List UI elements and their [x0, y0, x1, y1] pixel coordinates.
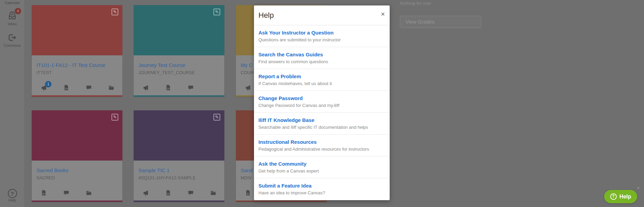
help-item-link[interactable]: Iliff IT Knowledge Base [258, 117, 314, 123]
help-item-description: Searchable and Iliff specific IT documen… [258, 125, 384, 130]
help-item-search-guides[interactable]: Search the Canvas Guides Find answers to… [254, 47, 390, 69]
floating-help-button[interactable]: ? Help [604, 190, 637, 203]
help-item-description: Pedagogical and Administrative resources… [258, 147, 384, 152]
help-item-link[interactable]: Ask the Community [258, 161, 306, 167]
help-item-instructional-resources[interactable]: Instructional Resources Pedagogical and … [254, 135, 390, 156]
help-item-link[interactable]: Change Password [258, 95, 303, 101]
canvas-dashboard-page: Calendar 4 Inbox Commons ? Help ✎ IT101-… [0, 0, 644, 207]
help-item-description: If Canvas misbehaves, tell us about it [258, 81, 384, 86]
help-item-report-problem[interactable]: Report a Problem If Canvas misbehaves, t… [254, 69, 390, 91]
help-item-link[interactable]: Search the Canvas Guides [258, 52, 323, 57]
help-item-description: Have an idea to improve Canvas? [258, 190, 384, 195]
close-icon[interactable]: × [381, 11, 385, 17]
help-item-link[interactable]: Instructional Resources [258, 139, 317, 145]
help-item-change-password[interactable]: Change Password Change Password for Canv… [254, 91, 390, 113]
help-item-feature-idea[interactable]: Submit a Feature Idea Have an idea to im… [254, 178, 390, 200]
help-item-description: Questions are submitted to your instruct… [258, 37, 384, 42]
help-item-ask-instructor[interactable]: Ask Your Instructor a Question Questions… [254, 25, 390, 47]
help-item-link[interactable]: Submit a Feature Idea [258, 183, 312, 189]
help-item-ask-community[interactable]: Ask the Community Get help from a Canvas… [254, 156, 390, 178]
help-item-knowledge-base[interactable]: Iliff IT Knowledge Base Searchable and I… [254, 113, 390, 135]
help-item-link[interactable]: Ask Your Instructor a Question [258, 30, 333, 36]
question-mark-icon: ? [610, 193, 617, 200]
help-modal: Help × Ask Your Instructor a Question Qu… [254, 5, 390, 200]
help-modal-title: Help [258, 11, 274, 20]
help-item-description: Get help from a Canvas expert [258, 168, 384, 174]
help-item-description: Change Password for Canvas and my.iliff [258, 103, 384, 108]
floating-help-label: Help [619, 194, 631, 200]
dismiss-help-button-icon[interactable]: × [637, 185, 640, 190]
help-modal-header: Help × [254, 5, 390, 25]
help-item-link[interactable]: Report a Problem [258, 73, 301, 79]
help-item-description: Find answers to common questions [258, 59, 384, 64]
